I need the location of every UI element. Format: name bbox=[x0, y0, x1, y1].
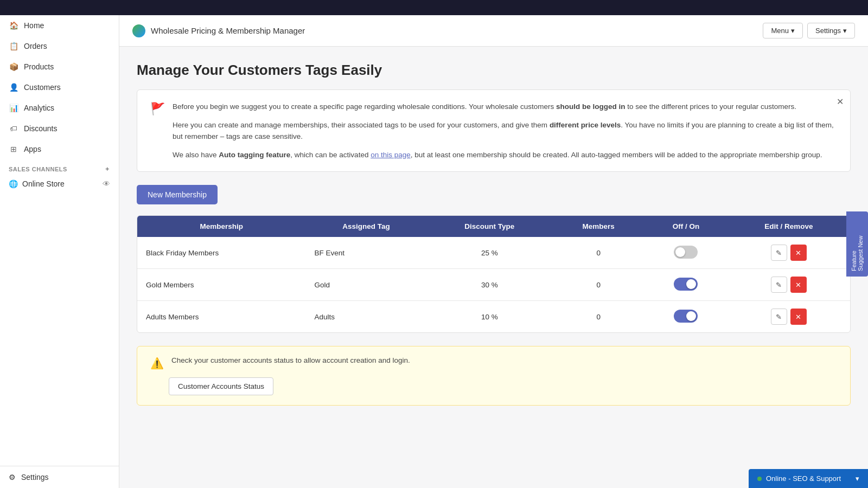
customers-icon: 👤 bbox=[9, 82, 18, 92]
table-header-discount: Discount Type bbox=[427, 216, 553, 237]
cell-actions-1: ✎ ✕ bbox=[727, 269, 850, 301]
sidebar-item-customers[interactable]: 👤 Customers bbox=[0, 77, 119, 98]
sidebar-item-products[interactable]: 📦 Products bbox=[0, 56, 119, 77]
bottom-bar[interactable]: Online - SEO & Support ▾ bbox=[749, 469, 868, 488]
app-title: Wholesale Pricing & Membership Manager bbox=[132, 24, 305, 37]
main-content: Wholesale Pricing & Membership Manager M… bbox=[119, 15, 868, 488]
sidebar-item-analytics[interactable]: 📊 Analytics bbox=[0, 98, 119, 118]
sidebar-item-online-store[interactable]: 🌐 Online Store 👁 bbox=[0, 175, 119, 192]
warning-text: Check your customer accounts status to a… bbox=[171, 356, 410, 364]
delete-button-0[interactable]: ✕ bbox=[790, 245, 807, 261]
table-header-membership: Membership bbox=[137, 216, 305, 237]
table-header-toggle: Off / On bbox=[644, 216, 727, 237]
settings-icon: ⚙ bbox=[9, 473, 16, 481]
online-store-icon: 🌐 bbox=[9, 179, 18, 188]
toggle-2[interactable] bbox=[674, 310, 698, 323]
cell-discount-2: 10 % bbox=[427, 301, 553, 333]
cell-toggle-1[interactable] bbox=[644, 269, 727, 301]
app-header: Wholesale Pricing & Membership Manager M… bbox=[119, 15, 868, 47]
menu-button[interactable]: Menu ▾ bbox=[763, 23, 803, 38]
sidebar-item-settings[interactable]: ⚙ Settings bbox=[0, 466, 119, 488]
edit-button-1[interactable]: ✎ bbox=[771, 277, 787, 293]
sidebar-item-orders[interactable]: 📋 Orders bbox=[0, 36, 119, 56]
sidebar-item-discounts[interactable]: 🏷 Discounts bbox=[0, 118, 119, 139]
top-bar bbox=[0, 0, 868, 15]
cell-tag-0: BF Event bbox=[305, 237, 426, 269]
analytics-icon: 📊 bbox=[9, 103, 18, 113]
bottom-bar-dot bbox=[757, 477, 762, 481]
toggle-0[interactable] bbox=[674, 246, 698, 259]
cell-members-1: 0 bbox=[552, 269, 644, 301]
delete-button-2[interactable]: ✕ bbox=[790, 309, 807, 325]
cell-tag-1: Gold bbox=[305, 269, 426, 301]
app-logo bbox=[132, 24, 145, 37]
table-header-actions: Edit / Remove bbox=[727, 216, 850, 237]
products-icon: 📦 bbox=[9, 62, 18, 72]
sidebar-item-apps[interactable]: ⊞ Apps bbox=[0, 139, 119, 159]
home-icon: 🏠 bbox=[9, 21, 18, 30]
cell-toggle-2[interactable] bbox=[644, 301, 727, 333]
toggle-1[interactable] bbox=[674, 278, 698, 291]
cell-actions-0: ✎ ✕ bbox=[727, 237, 850, 269]
settings-button[interactable]: Settings ▾ bbox=[807, 23, 855, 38]
customer-accounts-status-button[interactable]: Customer Accounts Status bbox=[169, 377, 273, 395]
cell-membership-1: Gold Members bbox=[137, 269, 305, 301]
info-banner-close-button[interactable]: ✕ bbox=[837, 97, 844, 107]
edit-button-0[interactable]: ✎ bbox=[771, 245, 787, 261]
apps-icon: ⊞ bbox=[9, 144, 18, 154]
app-header-actions: Menu ▾ Settings ▾ bbox=[763, 23, 855, 38]
sidebar-item-home[interactable]: 🏠 Home bbox=[0, 15, 119, 36]
orders-icon: 📋 bbox=[9, 41, 18, 51]
membership-table: Membership Assigned Tag Discount Type Me… bbox=[137, 215, 851, 333]
cell-actions-2: ✎ ✕ bbox=[727, 301, 850, 333]
table-row: Black Friday Members BF Event 25 % 0 ✎ ✕ bbox=[137, 237, 850, 269]
cell-discount-0: 25 % bbox=[427, 237, 553, 269]
table-row: Gold Members Gold 30 % 0 ✎ ✕ bbox=[137, 269, 850, 301]
bottom-bar-chevron-icon: ▾ bbox=[856, 474, 859, 483]
page-title: Manage Your Customers Tags Easily bbox=[137, 62, 851, 79]
info-banner-link[interactable]: on this page bbox=[371, 151, 411, 159]
cell-members-2: 0 bbox=[552, 301, 644, 333]
table-header-tag: Assigned Tag bbox=[305, 216, 426, 237]
suggest-feature-tab[interactable]: Suggest New Feature bbox=[846, 211, 868, 277]
warning-icon: ⚠️ bbox=[150, 357, 164, 370]
info-banner-icon: 🚩 bbox=[150, 102, 165, 116]
table-header-members: Members bbox=[552, 216, 644, 237]
add-channel-icon[interactable]: ＋ bbox=[104, 165, 111, 173]
eye-icon[interactable]: 👁 bbox=[103, 179, 110, 188]
warning-banner: ⚠️ Check your customer accounts status t… bbox=[137, 346, 851, 406]
cell-tag-2: Adults bbox=[305, 301, 426, 333]
sidebar: 🏠 Home 📋 Orders 📦 Products 👤 Customers 📊… bbox=[0, 15, 119, 488]
edit-button-2[interactable]: ✎ bbox=[771, 309, 787, 325]
menu-chevron-icon: ▾ bbox=[791, 27, 795, 35]
delete-button-1[interactable]: ✕ bbox=[790, 277, 807, 293]
cell-members-0: 0 bbox=[552, 237, 644, 269]
page-content: Manage Your Customers Tags Easily ✕ 🚩 Be… bbox=[119, 47, 868, 421]
cell-membership-0: Black Friday Members bbox=[137, 237, 305, 269]
discounts-icon: 🏷 bbox=[9, 124, 18, 133]
cell-membership-2: Adults Members bbox=[137, 301, 305, 333]
info-banner: ✕ 🚩 Before you begin we suggest you to c… bbox=[137, 89, 851, 172]
cell-toggle-0[interactable] bbox=[644, 237, 727, 269]
sales-channels-label: SALES CHANNELS ＋ bbox=[0, 159, 119, 175]
info-banner-text: Before you begin we suggest you to creat… bbox=[173, 101, 837, 160]
cell-discount-1: 30 % bbox=[427, 269, 553, 301]
table-row: Adults Members Adults 10 % 0 ✎ ✕ bbox=[137, 301, 850, 333]
new-membership-button[interactable]: New Membership bbox=[137, 185, 218, 204]
settings-chevron-icon: ▾ bbox=[843, 27, 847, 35]
